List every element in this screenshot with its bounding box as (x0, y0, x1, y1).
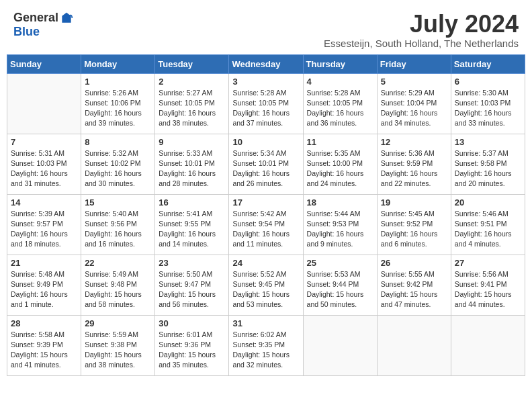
weekday-header-wednesday: Wednesday (229, 54, 303, 73)
day-info: Sunrise: 5:33 AMSunset: 10:01 PMDaylight… (159, 148, 225, 189)
calendar-week-row: 1Sunrise: 5:26 AMSunset: 10:06 PMDayligh… (7, 73, 525, 134)
day-number: 12 (381, 137, 447, 147)
calendar-week-row: 7Sunrise: 5:31 AMSunset: 10:03 PMDayligh… (7, 134, 525, 194)
day-number: 7 (11, 137, 77, 147)
day-number: 23 (159, 258, 225, 268)
calendar-cell: 11Sunrise: 5:35 AMSunset: 10:00 PMDaylig… (303, 134, 377, 194)
calendar-cell (7, 73, 81, 134)
day-info: Sunrise: 5:53 AMSunset: 9:44 PMDaylight:… (307, 269, 373, 310)
weekday-header-sunday: Sunday (7, 54, 81, 73)
calendar-cell: 25Sunrise: 5:53 AMSunset: 9:44 PMDayligh… (303, 255, 377, 315)
day-number: 20 (455, 197, 521, 208)
calendar-cell: 4Sunrise: 5:28 AMSunset: 10:05 PMDayligh… (303, 73, 377, 134)
day-info: Sunrise: 5:29 AMSunset: 10:04 PMDaylight… (381, 88, 447, 129)
day-number: 3 (232, 77, 299, 87)
calendar-cell: 6Sunrise: 5:30 AMSunset: 10:03 PMDayligh… (451, 73, 525, 134)
calendar-cell: 23Sunrise: 5:50 AMSunset: 9:47 PMDayligh… (155, 255, 229, 315)
day-info: Sunrise: 5:26 AMSunset: 10:06 PMDaylight… (85, 88, 151, 129)
day-number: 16 (159, 197, 225, 208)
day-number: 29 (85, 318, 151, 328)
day-info: Sunrise: 5:37 AMSunset: 9:58 PMDaylight:… (455, 148, 521, 189)
calendar-cell (377, 315, 451, 375)
day-info: Sunrise: 5:39 AMSunset: 9:57 PMDaylight:… (11, 209, 77, 250)
day-info: Sunrise: 5:35 AMSunset: 10:00 PMDaylight… (307, 148, 373, 189)
day-number: 6 (455, 77, 521, 87)
day-info: Sunrise: 5:28 AMSunset: 10:05 PMDaylight… (307, 88, 373, 129)
day-number: 5 (381, 77, 447, 87)
calendar-cell: 2Sunrise: 5:27 AMSunset: 10:05 PMDayligh… (155, 73, 229, 134)
day-number: 11 (307, 137, 373, 147)
weekday-header-tuesday: Tuesday (155, 54, 229, 73)
calendar-cell: 26Sunrise: 5:55 AMSunset: 9:42 PMDayligh… (377, 255, 451, 315)
logo-icon (60, 11, 73, 25)
calendar-cell: 17Sunrise: 5:42 AMSunset: 9:54 PMDayligh… (229, 194, 303, 255)
day-number: 2 (159, 77, 225, 87)
calendar-cell: 8Sunrise: 5:32 AMSunset: 10:02 PMDayligh… (81, 134, 155, 194)
calendar-cell: 3Sunrise: 5:28 AMSunset: 10:05 PMDayligh… (229, 73, 303, 134)
day-number: 1 (85, 77, 151, 87)
day-number: 8 (85, 137, 151, 147)
calendar-cell: 9Sunrise: 5:33 AMSunset: 10:01 PMDayligh… (155, 134, 229, 194)
day-info: Sunrise: 5:40 AMSunset: 9:56 PMDaylight:… (85, 209, 151, 250)
day-number: 14 (11, 197, 77, 208)
calendar-cell: 16Sunrise: 5:41 AMSunset: 9:55 PMDayligh… (155, 194, 229, 255)
calendar-week-row: 21Sunrise: 5:48 AMSunset: 9:49 PMDayligh… (7, 255, 525, 315)
day-info: Sunrise: 5:36 AMSunset: 9:59 PMDaylight:… (381, 148, 447, 189)
calendar-cell: 7Sunrise: 5:31 AMSunset: 10:03 PMDayligh… (7, 134, 81, 194)
day-number: 17 (232, 197, 299, 208)
calendar-cell: 19Sunrise: 5:45 AMSunset: 9:52 PMDayligh… (377, 194, 451, 255)
day-number: 18 (307, 197, 373, 208)
day-info: Sunrise: 5:45 AMSunset: 9:52 PMDaylight:… (381, 209, 447, 250)
day-number: 28 (11, 318, 77, 328)
day-info: Sunrise: 5:32 AMSunset: 10:02 PMDaylight… (85, 148, 151, 189)
day-info: Sunrise: 5:56 AMSunset: 9:41 PMDaylight:… (455, 269, 521, 310)
weekday-header-monday: Monday (81, 54, 155, 73)
calendar-table: SundayMondayTuesdayWednesdayThursdayFrid… (7, 54, 525, 376)
calendar-cell: 30Sunrise: 6:01 AMSunset: 9:36 PMDayligh… (155, 315, 229, 375)
day-info: Sunrise: 5:58 AMSunset: 9:39 PMDaylight:… (11, 330, 77, 371)
day-number: 10 (232, 137, 299, 147)
day-number: 15 (85, 197, 151, 208)
day-info: Sunrise: 5:48 AMSunset: 9:49 PMDaylight:… (11, 269, 77, 310)
weekday-header-thursday: Thursday (303, 54, 377, 73)
day-info: Sunrise: 5:59 AMSunset: 9:38 PMDaylight:… (85, 330, 151, 371)
day-info: Sunrise: 5:44 AMSunset: 9:53 PMDaylight:… (307, 209, 373, 250)
day-info: Sunrise: 5:46 AMSunset: 9:51 PMDaylight:… (455, 209, 521, 250)
location-subtitle: Essesteijn, South Holland, The Netherlan… (324, 38, 519, 49)
day-info: Sunrise: 5:34 AMSunset: 10:01 PMDaylight… (232, 148, 299, 189)
logo-general-text: General (13, 11, 58, 25)
day-number: 9 (159, 137, 225, 147)
day-number: 24 (232, 258, 299, 268)
day-info: Sunrise: 5:50 AMSunset: 9:47 PMDaylight:… (159, 269, 225, 310)
day-info: Sunrise: 5:41 AMSunset: 9:55 PMDaylight:… (159, 209, 225, 250)
weekday-header-row: SundayMondayTuesdayWednesdayThursdayFrid… (7, 54, 525, 73)
day-info: Sunrise: 5:28 AMSunset: 10:05 PMDaylight… (232, 88, 299, 129)
day-info: Sunrise: 6:02 AMSunset: 9:35 PMDaylight:… (232, 330, 299, 371)
day-number: 21 (11, 258, 77, 268)
logo: General Blue (13, 11, 73, 39)
day-info: Sunrise: 5:55 AMSunset: 9:42 PMDaylight:… (381, 269, 447, 310)
calendar-cell: 31Sunrise: 6:02 AMSunset: 9:35 PMDayligh… (229, 315, 303, 375)
calendar-week-row: 14Sunrise: 5:39 AMSunset: 9:57 PMDayligh… (7, 194, 525, 255)
day-info: Sunrise: 5:52 AMSunset: 9:45 PMDaylight:… (232, 269, 299, 310)
calendar-cell: 22Sunrise: 5:49 AMSunset: 9:48 PMDayligh… (81, 255, 155, 315)
day-number: 22 (85, 258, 151, 268)
day-info: Sunrise: 5:31 AMSunset: 10:03 PMDaylight… (11, 148, 77, 189)
calendar-cell: 1Sunrise: 5:26 AMSunset: 10:06 PMDayligh… (81, 73, 155, 134)
page-header: General Blue July 2024 Essesteijn, South… (0, 0, 532, 54)
day-number: 4 (307, 77, 373, 87)
calendar-cell: 13Sunrise: 5:37 AMSunset: 9:58 PMDayligh… (451, 134, 525, 194)
day-number: 30 (159, 318, 225, 328)
month-year-title: July 2024 (324, 11, 519, 38)
calendar-week-row: 28Sunrise: 5:58 AMSunset: 9:39 PMDayligh… (7, 315, 525, 375)
calendar-cell (451, 315, 525, 375)
day-info: Sunrise: 5:49 AMSunset: 9:48 PMDaylight:… (85, 269, 151, 310)
weekday-header-friday: Friday (377, 54, 451, 73)
calendar-cell: 27Sunrise: 5:56 AMSunset: 9:41 PMDayligh… (451, 255, 525, 315)
day-info: Sunrise: 5:30 AMSunset: 10:03 PMDaylight… (455, 88, 521, 129)
day-number: 13 (455, 137, 521, 147)
calendar-cell: 20Sunrise: 5:46 AMSunset: 9:51 PMDayligh… (451, 194, 525, 255)
calendar-cell: 14Sunrise: 5:39 AMSunset: 9:57 PMDayligh… (7, 194, 81, 255)
day-info: Sunrise: 5:42 AMSunset: 9:54 PMDaylight:… (232, 209, 299, 250)
calendar-cell (303, 315, 377, 375)
